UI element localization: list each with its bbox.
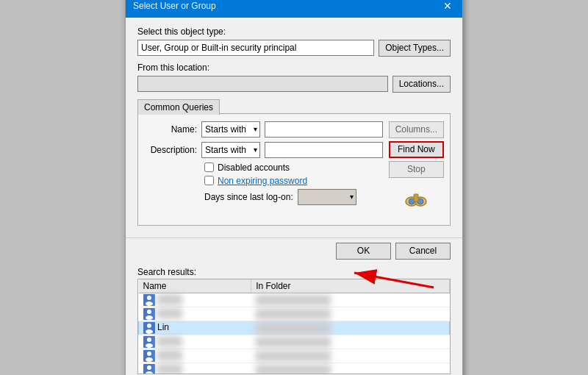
name-starts-wrapper: Starts with Is exactly [201, 121, 260, 138]
svg-point-16 [147, 338, 151, 342]
cancel-button[interactable]: Cancel [395, 243, 451, 260]
columns-button[interactable]: Columns... [389, 121, 444, 138]
days-label: Days since last log-on: [204, 192, 293, 202]
description-label: Description: [144, 145, 197, 155]
dialog-content: Select this object type: Object Types...… [126, 18, 462, 235]
svg-point-17 [146, 343, 153, 348]
find-now-button[interactable]: Find Now [389, 141, 444, 158]
dialog-title: Select User or Group [133, 1, 216, 11]
common-queries-panel: Common Queries Name: Starts with Is exac… [137, 99, 451, 226]
title-bar: Select User or Group ✕ [126, 0, 462, 18]
svg-point-11 [146, 315, 153, 320]
table-row[interactable]: ████████████████ [139, 349, 450, 362]
result-name-cell: ████ [139, 293, 251, 307]
close-button[interactable]: ✕ [440, 0, 455, 13]
svg-point-7 [147, 296, 151, 300]
result-name-cell: ████ [139, 307, 251, 321]
table-row[interactable]: Lin████████████ [139, 321, 450, 335]
results-table: Name In Folder ████████████████ ████████… [138, 279, 450, 374]
non-expiring-checkbox[interactable] [204, 176, 214, 185]
stop-button[interactable]: Stop [389, 161, 444, 178]
svg-point-8 [146, 301, 153, 306]
result-name-cell: ████ [139, 349, 251, 362]
object-type-row: Object Types... [137, 40, 451, 57]
days-select[interactable]: 30 60 90 [298, 189, 356, 205]
name-label: Name: [144, 124, 197, 135]
svg-rect-5 [414, 194, 418, 201]
result-folder-cell: ████████████ [251, 307, 450, 321]
disabled-accounts-label: Disabled accounts [218, 162, 290, 173]
result-name-cell: Lin [139, 321, 251, 335]
search-icon-area [389, 181, 444, 219]
svg-point-13 [147, 324, 151, 328]
svg-point-10 [147, 310, 151, 314]
col-name-header: Name [139, 279, 251, 293]
result-name-cell: ████ [139, 335, 251, 349]
days-row: Days since last log-on: 30 60 90 [144, 189, 383, 205]
svg-point-14 [146, 329, 153, 334]
description-row: Description: Starts with Is exactly [144, 142, 383, 158]
svg-point-22 [147, 365, 151, 370]
object-type-label: Select this object type: [137, 26, 451, 37]
result-folder-cell: ████████████ [251, 293, 450, 307]
name-starts-select[interactable]: Starts with Is exactly [201, 121, 260, 138]
disabled-accounts-row: Disabled accounts [144, 162, 383, 173]
search-binoculars-icon [403, 187, 429, 213]
results-label: Search results: [137, 267, 451, 277]
table-row[interactable]: ████████████████ [139, 293, 450, 307]
results-area: Search results: Name In Folder █████████… [126, 267, 462, 374]
location-input[interactable] [137, 76, 388, 92]
name-row: Name: Starts with Is exactly [144, 121, 383, 138]
result-name-cell: ████ [139, 362, 251, 374]
common-queries-tab[interactable]: Common Queries [137, 99, 220, 115]
description-starts-select[interactable]: Starts with Is exactly [201, 142, 260, 158]
result-folder-cell: ████████████ [251, 335, 450, 349]
form-left: Name: Starts with Is exactly [144, 121, 383, 219]
dialog-footer: OK Cancel [126, 238, 462, 267]
table-row[interactable]: ████████████████ [139, 307, 450, 321]
non-expiring-label[interactable]: Non expiring password [218, 176, 307, 186]
main-form-area: Name: Starts with Is exactly [144, 121, 444, 219]
ok-button[interactable]: OK [336, 243, 391, 260]
table-row[interactable]: ████████████████ [139, 362, 450, 374]
days-dropdown-wrapper: 30 60 90 [298, 189, 356, 205]
disabled-accounts-checkbox[interactable] [204, 162, 214, 172]
common-queries-body: Name: Starts with Is exactly [137, 113, 451, 226]
result-folder-cell: ████████████ [251, 321, 450, 335]
location-label: From this location: [137, 63, 451, 73]
svg-point-20 [146, 357, 153, 362]
results-table-wrapper[interactable]: Name In Folder ████████████████ ████████… [137, 279, 451, 374]
result-folder-cell: ████████████ [251, 349, 450, 362]
object-type-input[interactable] [137, 40, 374, 56]
object-types-button[interactable]: Object Types... [379, 40, 451, 57]
description-starts-wrapper: Starts with Is exactly [201, 142, 260, 158]
description-input[interactable] [265, 142, 383, 158]
col-folder-header: In Folder [251, 279, 450, 293]
select-user-dialog: Select User or Group ✕ Select this objec… [125, 0, 463, 375]
result-folder-cell: ████████████ [251, 362, 450, 374]
table-row[interactable]: ████████████████ [139, 335, 450, 349]
location-row: Locations... [137, 76, 451, 93]
locations-button[interactable]: Locations... [392, 76, 451, 93]
non-expiring-row: Non expiring password [144, 176, 383, 186]
svg-point-19 [147, 351, 151, 356]
name-input[interactable] [265, 121, 383, 138]
right-buttons: Columns... Find Now Stop [389, 121, 444, 219]
